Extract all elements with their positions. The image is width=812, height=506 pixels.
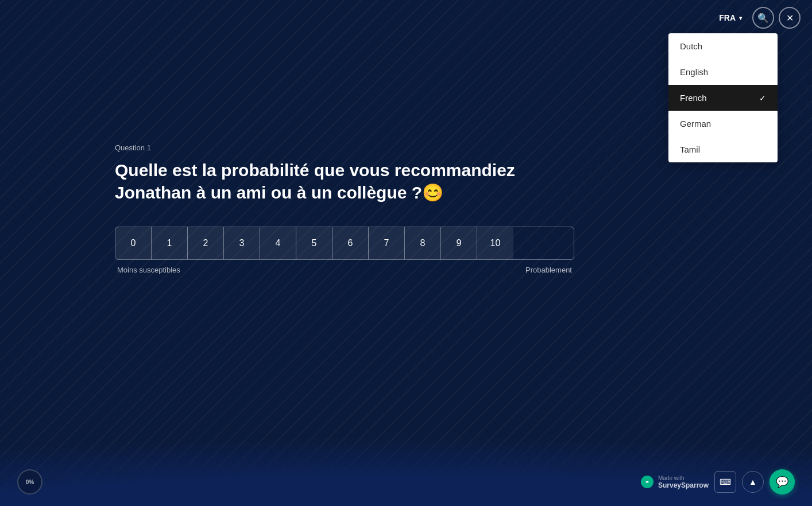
language-option-tamil[interactable]: Tamil [668, 137, 778, 162]
progress-indicator: 0% [17, 469, 42, 495]
language-dropdown: DutchEnglishFrench✓GermanTamil [668, 33, 778, 162]
language-option-german[interactable]: German [668, 111, 778, 137]
header: FRA ▾ 🔍 ✕ [702, 0, 812, 36]
made-with-text: Made with [658, 475, 709, 481]
nps-cell-3[interactable]: 3 [224, 227, 260, 259]
search-button[interactable]: 🔍 [752, 7, 774, 29]
nps-cell-4[interactable]: 4 [260, 227, 296, 259]
close-icon: ✕ [786, 13, 794, 24]
nps-cell-10[interactable]: 10 [477, 227, 513, 259]
branding: Made with SurveySparrow [641, 475, 709, 489]
nps-cell-5[interactable]: 5 [296, 227, 332, 259]
chevron-up-icon: ▲ [749, 477, 757, 486]
question-label: Question 1 [115, 143, 574, 152]
nps-cell-6[interactable]: 6 [332, 227, 369, 259]
language-code: FRA [719, 13, 736, 22]
branding-text: Made with SurveySparrow [658, 475, 709, 489]
nps-cell-9[interactable]: 9 [441, 227, 477, 259]
nps-cell-8[interactable]: 8 [405, 227, 441, 259]
footer: 0% Made with SurveySparrow ⌨ ▲ 💬 [0, 469, 812, 495]
main-content: Question 1 Quelle est la probabilité que… [115, 143, 574, 274]
language-selector[interactable]: FRA ▾ [713, 10, 748, 26]
progress-text: 0% [26, 479, 34, 485]
nps-label-left: Moins susceptibles [117, 266, 180, 274]
keyboard-button[interactable]: ⌨ [714, 471, 736, 493]
nps-scale-container: 012345678910 Moins susceptibles Probable… [115, 227, 574, 274]
surveysparrow-logo [641, 476, 654, 488]
nps-label-right: Probablement [525, 266, 572, 274]
chat-icon: 💬 [776, 476, 788, 488]
nps-labels: Moins susceptibles Probablement [115, 266, 574, 274]
footer-right: Made with SurveySparrow ⌨ ▲ 💬 [641, 469, 795, 495]
nps-cell-0[interactable]: 0 [115, 227, 152, 259]
checkmark-icon: ✓ [759, 94, 766, 103]
language-option-french[interactable]: French✓ [668, 85, 778, 111]
language-option-english[interactable]: English [668, 59, 778, 85]
nps-cell-7[interactable]: 7 [369, 227, 405, 259]
nps-cell-2[interactable]: 2 [188, 227, 224, 259]
close-button[interactable]: ✕ [779, 7, 801, 29]
chevron-down-icon: ▾ [739, 15, 742, 21]
language-option-dutch[interactable]: Dutch [668, 33, 778, 59]
nps-scale: 012345678910 [115, 227, 574, 260]
question-text: Quelle est la probabilité que vous recom… [115, 159, 574, 204]
keyboard-icon: ⌨ [720, 477, 731, 486]
branding-name: SurveySparrow [658, 481, 709, 489]
chat-button[interactable]: 💬 [770, 469, 795, 495]
nps-cell-1[interactable]: 1 [152, 227, 188, 259]
nav-up-button[interactable]: ▲ [742, 471, 764, 493]
search-icon: 🔍 [757, 13, 769, 24]
